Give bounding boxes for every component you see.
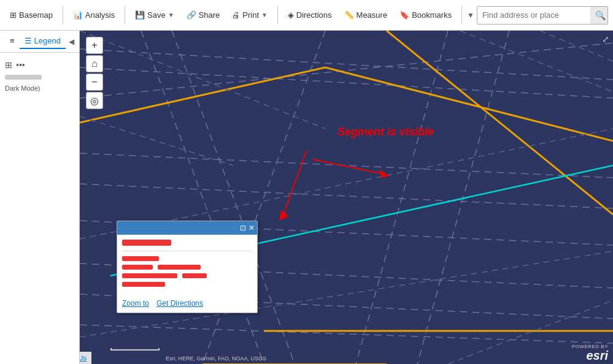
toolbar-separator-3 (277, 6, 278, 25)
scale-bar (110, 348, 160, 351)
popup-header: ⊡ ✕ (117, 221, 257, 235)
home-button[interactable]: ⌂ (86, 55, 103, 72)
zoom-in-button[interactable]: + (86, 37, 103, 54)
basemap-label: Basemap (19, 10, 53, 20)
print-dropdown-icon: ▼ (261, 12, 268, 18)
popup-row-1 (122, 256, 252, 261)
sidebar-item-1: ⊞ ••• (5, 58, 74, 72)
map-svg (80, 31, 613, 364)
svg-line-4 (80, 184, 613, 208)
locate-button[interactable]: ◎ (86, 92, 103, 109)
attribution-text: Esri, HERE, Garmin, FAO, NOAA, USGS (166, 355, 266, 362)
popup-divider (122, 251, 252, 251)
esri-watermark: POWERED BY esri (572, 344, 608, 362)
directions-label: Directions (296, 10, 332, 20)
map[interactable]: + ⌂ − ◎ ⤢ Segment is visible ⊡ ✕ (80, 31, 613, 364)
share-icon: 🔗 (187, 10, 196, 20)
maximize-icon[interactable]: ⤢ (602, 34, 609, 44)
save-icon: 💾 (135, 10, 145, 20)
sidebar-item-icon-1: ⊞ (5, 60, 12, 70)
popup-row-3 (122, 273, 252, 278)
svg-line-23 (460, 31, 613, 92)
popup-row-4 (122, 282, 252, 287)
toolbar-separator-2 (125, 6, 125, 25)
share-label: Share (199, 10, 220, 20)
legend-label: Legend (34, 36, 61, 45)
share-button[interactable]: 🔗 Share (182, 8, 225, 22)
map-controls: + ⌂ − ◎ (86, 37, 103, 109)
popup-restore-button[interactable]: ⊡ (240, 224, 246, 232)
toolbar-separator-1 (63, 6, 63, 25)
sidebar-collapse-button[interactable]: ◀ (69, 37, 74, 46)
svg-line-15 (325, 67, 613, 141)
svg-line-9 (356, 31, 448, 364)
sidebar-mode-label: Dark Mode) (5, 82, 74, 94)
zoom-out-button[interactable]: − (86, 74, 103, 91)
analysis-icon: 📊 (73, 10, 83, 20)
svg-line-0 (80, 49, 613, 80)
bookmarks-button[interactable]: 🔖 Bookmarks (395, 8, 457, 22)
search-button[interactable]: 🔍 (590, 7, 608, 24)
popup-field-3a (122, 273, 177, 278)
popup: ⊡ ✕ Zoom to Get Directions (117, 221, 258, 313)
bookmarks-label: Bookmarks (412, 10, 452, 20)
save-button[interactable]: 💾 Save ▼ (130, 8, 179, 22)
search-input[interactable] (477, 7, 590, 24)
sidebar-tab-legend[interactable]: ☰ Legend (20, 34, 66, 49)
directions-icon: ◈ (288, 10, 294, 20)
toolbar: ⊞ Basemap 📊 Analysis 💾 Save ▼ 🔗 Share 🖨 … (0, 0, 613, 31)
popup-field-4a (122, 282, 165, 287)
sidebar-layer-label (5, 75, 42, 80)
esri-logo: esri (586, 349, 608, 362)
popup-field-3b (182, 273, 207, 278)
popup-field-2a (122, 265, 153, 270)
save-label: Save (147, 10, 166, 20)
zoom-to-button[interactable]: Zoom to (122, 299, 149, 308)
basemap-icon: ⊞ (10, 10, 17, 20)
sidebar-tabs: ≡ ☰ Legend ◀ (0, 31, 79, 53)
svg-line-16 (387, 31, 613, 214)
svg-line-10 (417, 31, 509, 364)
measure-label: Measure (357, 10, 388, 20)
popup-row-2 (122, 265, 252, 270)
analysis-label: Analysis (85, 10, 115, 20)
popup-close-button[interactable]: ✕ (249, 224, 255, 232)
content-icon: ≡ (10, 36, 15, 45)
svg-line-13 (80, 325, 613, 343)
svg-line-21 (80, 116, 233, 165)
legend-icon: ☰ (25, 36, 32, 45)
svg-line-2 (80, 43, 613, 98)
get-directions-button[interactable]: Get Directions (156, 299, 203, 308)
sidebar-more-btn-1[interactable]: ••• (16, 60, 25, 70)
sidebar: ≡ ☰ Legend ◀ ⊞ ••• Dark Mode) (0, 31, 80, 364)
popup-field-1a (122, 256, 159, 261)
search-dropdown-icon: ▼ (467, 11, 474, 20)
svg-line-3 (80, 153, 613, 178)
popup-body (117, 235, 257, 295)
popup-title (122, 240, 171, 246)
print-label: Print (242, 10, 259, 20)
measure-button[interactable]: 📏 Measure (339, 8, 393, 22)
attribution: Esri, HERE, Garmin, FAO, NOAA, USGS (166, 355, 266, 362)
analysis-button[interactable]: 📊 Analysis (68, 8, 120, 22)
save-dropdown-icon: ▼ (168, 12, 174, 18)
bookmarks-icon: 🔖 (399, 10, 409, 20)
print-icon: 🖨 (232, 10, 240, 20)
measure-icon: 📏 (344, 10, 354, 20)
sidebar-tab-content[interactable]: ≡ (5, 34, 20, 49)
sidebar-content: ⊞ ••• Dark Mode) (0, 53, 79, 99)
popup-links: Zoom to Get Directions (117, 295, 257, 313)
svg-line-7 (172, 31, 295, 364)
toolbar-separator-4 (461, 6, 462, 25)
search-bar: 🔍 (477, 6, 608, 25)
scale-line (110, 348, 160, 351)
directions-button[interactable]: ◈ Directions (283, 8, 337, 22)
popup-field-2b (158, 265, 201, 270)
basemap-button[interactable]: ⊞ Basemap (5, 8, 58, 22)
print-button[interactable]: 🖨 Print ▼ (227, 8, 272, 22)
